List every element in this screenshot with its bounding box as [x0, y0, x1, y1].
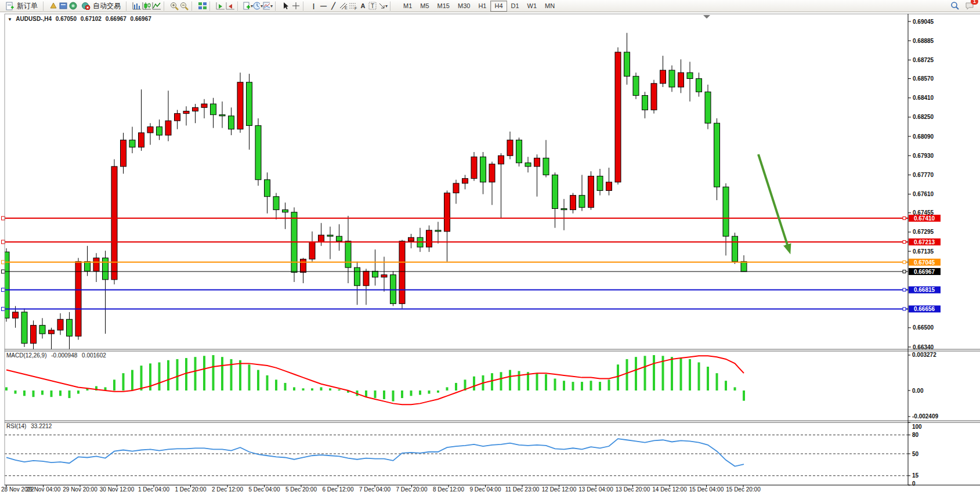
svg-text:50: 50	[912, 451, 919, 457]
macd-name: MACD(12,26,9)	[6, 352, 46, 359]
bar-low: 0.66967	[106, 16, 126, 22]
tf-d1[interactable]: D1	[507, 1, 523, 12]
periods-dropdown-icon[interactable]: ▾	[253, 1, 263, 10]
bar-chart-icon[interactable]	[132, 1, 142, 10]
channel-tool-icon[interactable]: E	[338, 1, 348, 10]
autotrading-label: 自动交易	[93, 1, 121, 11]
symbol-period: AUDUSD-,H4	[16, 16, 52, 22]
time-axis-label: 12 Dec 12:00	[542, 486, 577, 493]
chart-canvas[interactable]: 0.674100.672130.670450.669670.668150.666…	[0, 0, 980, 499]
svg-text:0.68725: 0.68725	[913, 57, 934, 63]
price-badge-label: 0.67410	[914, 215, 935, 222]
macd-indicator-label: MACD(12,26,9) -0.000948 0.001602	[6, 352, 109, 359]
arrows-tool-icon[interactable]: ▾	[378, 1, 388, 10]
svg-text:F: F	[355, 6, 357, 10]
svg-text:0.67135: 0.67135	[913, 248, 934, 255]
rsi-indicator-label: RSI(14) 33.2212	[6, 423, 55, 429]
chart-title: ▼ AUDUSD-,H4 0.67050 0.67102 0.66967 0.6…	[8, 16, 154, 22]
time-axis-label: 14 Dec 12:00	[652, 486, 687, 493]
horizontal-line-tool-icon[interactable]: —	[319, 1, 328, 10]
tile-windows-icon[interactable]	[197, 1, 207, 10]
time-axis-label: 7 Dec 20:00	[396, 486, 428, 493]
search-icon[interactable]	[950, 1, 960, 10]
svg-text:0.00: 0.00	[912, 388, 924, 394]
time-axis-label: 1 Dec 20:00	[175, 486, 207, 493]
fibonacci-tool-icon[interactable]: F	[348, 1, 358, 10]
time-axis-label: 29 Nov 20:00	[63, 486, 97, 493]
separator	[126, 2, 130, 10]
svg-text:15: 15	[912, 472, 919, 479]
tf-mn[interactable]: MN	[541, 1, 559, 12]
svg-text:0.68250: 0.68250	[913, 114, 934, 120]
svg-text:0.67770: 0.67770	[913, 172, 934, 178]
trendline-tool-icon[interactable]: ╱	[328, 1, 338, 10]
time-axis-label: 1 Dec 04:00	[138, 486, 169, 493]
tf-m15[interactable]: M15	[433, 1, 454, 12]
time-axis-label: 13 Dec 04:00	[578, 486, 613, 493]
bar-open: 0.67050	[56, 16, 77, 22]
notifications-icon[interactable]: 1	[964, 1, 974, 10]
time-axis-label: 5 Dec 04:00	[249, 486, 280, 493]
svg-text:-0.002409: -0.002409	[912, 413, 938, 420]
mt4-window: 新订单 自动交易	[0, 0, 980, 499]
svg-text:0.67610: 0.67610	[913, 191, 934, 197]
svg-text:0.69045: 0.69045	[913, 19, 934, 25]
separator	[303, 2, 307, 10]
new-order-button[interactable]: 新订单	[2, 0, 41, 12]
autotrading-icon	[81, 1, 91, 10]
chart-shift-icon[interactable]	[225, 1, 235, 10]
time-axis-label: 7 Dec 04:00	[359, 486, 390, 493]
time-axis-label: 13 Dec 20:00	[616, 486, 650, 493]
cursor-icon[interactable]	[281, 1, 291, 10]
toolbar: 新订单 自动交易	[0, 0, 980, 12]
svg-text:0.66340: 0.66340	[913, 344, 934, 350]
tf-h1[interactable]: H1	[474, 1, 490, 12]
tf-h4[interactable]: H4	[490, 1, 507, 12]
time-axis-label: 5 Dec 20:00	[285, 486, 317, 493]
tf-m5[interactable]: M5	[416, 1, 433, 12]
bar-close: 0.66967	[131, 16, 151, 22]
svg-text:T: T	[371, 3, 374, 9]
indicators-dropdown-icon[interactable]: ▾	[243, 1, 253, 10]
svg-text:0.67295: 0.67295	[913, 229, 934, 235]
time-axis-label: 9 Dec 04:00	[470, 486, 501, 493]
macd-main-value: -0.000948	[51, 352, 77, 359]
terminal-icon[interactable]	[68, 1, 78, 10]
chart-background	[0, 12, 980, 499]
tf-w1[interactable]: W1	[523, 1, 541, 12]
line-chart-icon[interactable]	[151, 1, 161, 10]
zoom-in-icon[interactable]	[169, 1, 179, 10]
svg-text:0.003272: 0.003272	[912, 352, 936, 358]
rsi-name: RSI(14)	[6, 423, 26, 429]
crosshair-icon[interactable]	[291, 1, 301, 10]
zoom-out-icon[interactable]	[179, 1, 189, 10]
price-badge-label: 0.67213	[914, 239, 935, 245]
text-label-tool-icon[interactable]: T	[368, 1, 378, 10]
separator	[164, 2, 168, 10]
chart-menu-icon[interactable]: ▼	[8, 17, 12, 22]
market-watch-icon[interactable]	[49, 1, 59, 10]
separator	[43, 2, 47, 10]
navigator-icon[interactable]	[59, 1, 68, 10]
templates-dropdown-icon[interactable]: ▾	[263, 1, 273, 10]
tf-m1[interactable]: M1	[399, 1, 416, 12]
rsi-value: 33.2212	[31, 423, 52, 429]
time-axis-label: 15 Dec 04:00	[689, 486, 724, 493]
svg-text:0: 0	[912, 480, 916, 487]
autotrading-button[interactable]: 自动交易	[78, 0, 124, 12]
separator	[390, 2, 394, 10]
macd-signal-value: 0.001602	[82, 352, 106, 359]
time-axis-label: 11 Dec 23:00	[505, 486, 540, 493]
svg-text:100: 100	[912, 424, 922, 430]
text-tool-icon[interactable]: A	[358, 1, 368, 10]
vertical-line-tool-icon[interactable]: |	[309, 1, 319, 10]
separator	[275, 2, 279, 10]
tf-m30[interactable]: M30	[454, 1, 474, 12]
candlestick-chart-icon[interactable]	[142, 1, 151, 10]
auto-scroll-icon[interactable]	[215, 1, 225, 10]
new-order-label: 新订单	[17, 1, 38, 11]
notification-badge: 1	[971, 0, 978, 5]
price-badge-label: 0.67045	[914, 259, 935, 266]
timeframe-group: M1 M5 M15 M30 H1 H4 D1 W1 MN	[399, 1, 559, 12]
price-badge-label: 0.66815	[914, 287, 935, 293]
